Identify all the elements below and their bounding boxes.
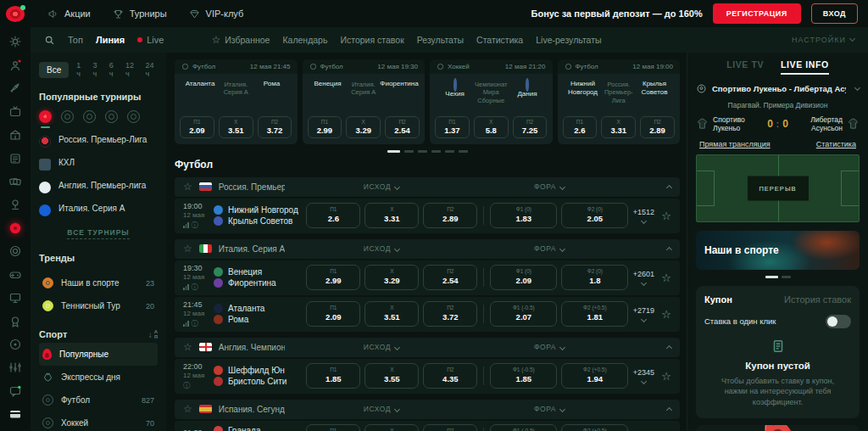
odd-box[interactable]: X3.29 [364, 265, 419, 290]
login-button[interactable]: ВХОД [811, 3, 858, 24]
odd-box[interactable]: Ф2 (+0.5)1.81 [561, 301, 628, 327]
brand-games-icon[interactable] [7, 337, 24, 351]
outcome-column-select[interactable]: ИСХОД [292, 405, 471, 413]
casino-icon[interactable] [7, 128, 24, 143]
match-teams[interactable]: Нижний Новгород Крылья Советов [214, 203, 306, 228]
tab-top[interactable]: Топ [68, 35, 83, 45]
more-markets[interactable]: +2719 [628, 306, 659, 322]
tab-live-info[interactable]: LIVE INFO [781, 59, 829, 75]
carousel-dot[interactable] [404, 150, 414, 153]
sport-filter-icon[interactable] [105, 110, 118, 123]
odd-box[interactable]: П27.25 [513, 116, 548, 138]
odd-box[interactable]: X3.55 [364, 363, 419, 389]
odd-box[interactable]: П12.99 [306, 265, 360, 290]
league-header[interactable]: ☆ Италия. Серия А ИСХОД ФОРА [175, 239, 680, 259]
match-teams[interactable]: Гранада Эйбар [214, 424, 306, 431]
tab-live-tv[interactable]: LIVE TV [726, 59, 764, 75]
nav-statistics[interactable]: Статистика [476, 35, 523, 45]
odd-box[interactable]: Ф2 (+0.5)1.94 [561, 363, 628, 389]
settings-menu[interactable]: НАСТРОЙКИ [792, 36, 854, 44]
odd-box[interactable]: П12.99 [308, 116, 342, 138]
odd-box[interactable]: X3.51 [364, 301, 419, 327]
odd-box[interactable]: Ф1 (-0.5)2.07 [490, 301, 557, 327]
filter-12h[interactable]: 12 ч [125, 61, 137, 78]
tab-live[interactable]: Live [137, 35, 164, 45]
all-tournaments-link[interactable]: ВСЕ ТУРНИРЫ [67, 228, 129, 239]
info-icon[interactable]: ⓘ [183, 381, 190, 390]
handicap-column-select[interactable]: ФОРА [478, 182, 620, 191]
register-button[interactable]: РЕГИСТРАЦИЯ [713, 3, 801, 24]
league-header[interactable]: ☆ Россия. Премьер-Лига ИСХОД ФОРА [175, 177, 680, 197]
tab-line[interactable]: Линия [96, 35, 125, 45]
league-star-icon[interactable]: ☆ [183, 243, 192, 255]
favorite-star-icon[interactable]: ☆ [661, 370, 671, 383]
info-icon[interactable]: ⓘ [192, 221, 198, 230]
filter-1h[interactable]: 1 ч [76, 61, 85, 78]
odd-box[interactable]: П12.09 [180, 116, 214, 138]
odd-box[interactable]: X3.31 [601, 116, 636, 138]
nav-live-results[interactable]: Live-результаты [536, 35, 601, 45]
odd-box[interactable]: X5.8 [474, 116, 509, 138]
tickets-icon[interactable] [7, 174, 24, 188]
search-icon[interactable] [44, 35, 55, 46]
awards-icon[interactable] [7, 314, 24, 328]
odd-box[interactable]: X3.29 [346, 116, 381, 138]
odd-box[interactable]: Ф1 (0)2.09 [490, 265, 557, 290]
support-icon[interactable] [7, 58, 24, 72]
collapse-league[interactable] [627, 182, 671, 192]
carousel-dot[interactable] [418, 150, 427, 153]
freebet-promo[interactable]: NEW 5 [696, 425, 860, 431]
boosts-rocket-icon[interactable] [7, 81, 24, 96]
chat-icon[interactable] [7, 383, 24, 398]
more-markets[interactable]: +2601 [628, 270, 659, 285]
outcome-column-select[interactable]: ИСХОД [292, 343, 471, 351]
trend-our-sport[interactable]: Наши в спорте23 [39, 271, 158, 294]
toto-icon[interactable] [7, 151, 24, 165]
odd-box[interactable]: П12.09 [306, 301, 360, 327]
sport-hockey[interactable]: Хоккей70 [39, 411, 158, 431]
outcome-column-select[interactable]: ИСХОД [292, 182, 471, 191]
odd-box[interactable]: Ф2 (+0.5)2.06 [561, 424, 628, 431]
odd-box[interactable]: Ф1 (-0.5)1.85 [490, 363, 557, 389]
tournament-seriea[interactable]: Италия. Серия А [39, 199, 158, 221]
featured-card[interactable]: Футбол 12 мая 21:45 Аталанта Италия. Сер… [175, 59, 298, 144]
carousel-dot[interactable] [387, 150, 400, 153]
brand-logo-icon[interactable] [6, 6, 25, 22]
featured-card[interactable]: Футбол 12 мая 19:30 Венеция Италия. Сери… [303, 59, 426, 144]
nav-favorites[interactable]: ☆Избранное [211, 34, 270, 46]
carousel-dot[interactable] [445, 150, 454, 153]
nav-results[interactable]: Результаты [417, 35, 464, 45]
tab-bet-history[interactable]: История ставок [784, 294, 851, 305]
featured-card[interactable]: Хоккей 12 мая 21:20 Чехия Чемпионат Мира… [430, 59, 553, 144]
handicap-column-select[interactable]: ФОРА [478, 244, 620, 253]
stats-icon[interactable] [183, 284, 189, 290]
odd-box[interactable]: X3.55 [364, 424, 419, 431]
promo-banner[interactable]: Наши в спорте [696, 231, 860, 270]
odd-box[interactable]: Ф1 (-0.5)1.75 [490, 424, 557, 431]
one-click-toggle[interactable] [826, 315, 851, 328]
football-filter-icon[interactable] [39, 110, 52, 123]
stream-tab[interactable]: Прямая трансляция [699, 140, 771, 148]
roulette-icon[interactable] [7, 198, 24, 212]
odd-box[interactable]: П11.37 [435, 116, 470, 138]
info-icon[interactable]: ⓘ [192, 319, 198, 328]
banner-dot[interactable] [782, 276, 791, 278]
league-star-icon[interactable]: ☆ [183, 341, 192, 353]
tab-coupon[interactable]: Купон [704, 294, 732, 305]
sport-popular[interactable]: Популярные [39, 343, 158, 366]
match-teams[interactable]: Аталанта Рома [214, 301, 306, 327]
collapse-league[interactable] [627, 243, 671, 254]
filter-6h[interactable]: 6 ч [109, 61, 118, 78]
filter-24h[interactable]: 24 ч [146, 61, 158, 78]
trend-tennis-tour[interactable]: Теннисный Тур20 [39, 294, 158, 317]
carousel-dot[interactable] [431, 150, 441, 153]
nav-tournaments[interactable]: Турниры [113, 8, 167, 20]
filter-3h[interactable]: 3 ч [93, 61, 102, 78]
sport-filter-icon[interactable] [83, 110, 96, 123]
odd-box[interactable]: П23.72 [423, 301, 477, 327]
odd-box[interactable]: П22.54 [423, 265, 477, 290]
payments-card-icon[interactable] [7, 407, 24, 422]
nav-vip-club[interactable]: VIP-клуб [189, 8, 244, 20]
nav-bet-history[interactable]: История ставок [340, 35, 403, 45]
football-section-icon[interactable] [7, 221, 24, 235]
